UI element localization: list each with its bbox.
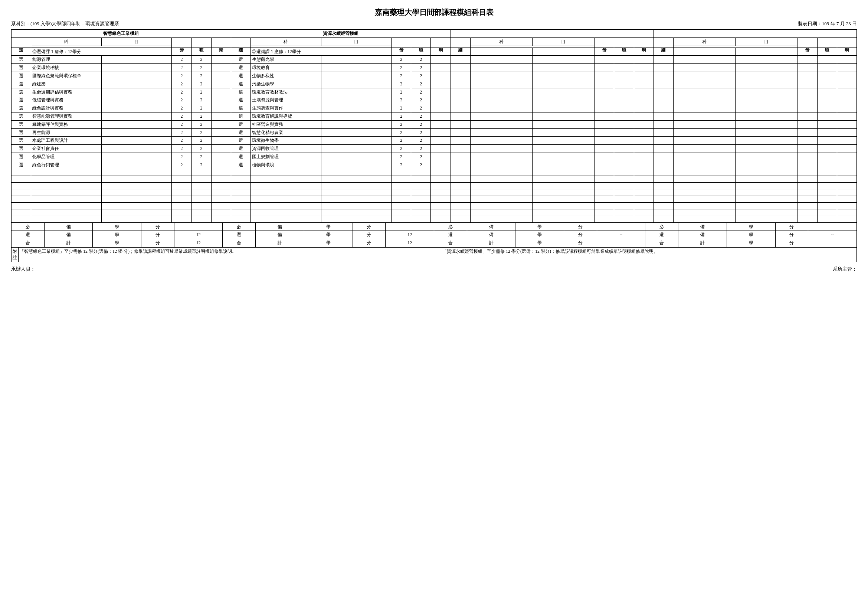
note-label-left: 附註 [11,247,19,262]
empty-row [11,175,857,182]
table-row: 選企業社會責任22選資源回收管理22 [11,145,857,153]
s3-mu-header: 目 [532,37,594,46]
s1-note-text: ◎選備課１應修：12學分 [31,48,172,56]
date-label: 製表日期：109 年 7 月 23 日 [798,20,857,27]
s1-note-xuan [11,48,31,56]
s2-note-xuan [231,48,251,56]
s1-mu-header: 目 [101,37,172,46]
empty-row [11,189,857,195]
s2-ke-header: 科 [251,37,321,46]
table-row: 選國際綠色規範與環保標章22選生物多樣性22 [11,71,857,80]
table-row: 選綠色設計與實務22選生態調查與實作22 [11,104,857,113]
note-row: ◎選備課１應修：12學分 ◎選備課１應修：12學分 [11,48,857,56]
table-row: 選化學品管理22選國土規劃管理22 [11,153,857,161]
page-title: 嘉南藥理大學日間部課程模組科目表 [11,8,857,17]
table-row: 選能源管理22選生態觀光學22 [11,56,857,64]
s2-note-text: ◎選備課１應修：12學分 [251,48,391,56]
s2-mu-header: 目 [321,37,392,46]
note-text-1: 「智慧綠色工業模組」至少需修 12 學分(選備：12 學 分)；修畢該課程模組可… [19,247,441,262]
footer-row-2: 選備學分12 選備學分12 選備學分-- 選備學分-- [11,231,857,239]
s3-ke-header: 科 [470,37,532,46]
s1-xf-header: 學分 [172,37,192,48]
table-row: 選綠建築評估與實務22選社區營造與實務22 [11,120,857,129]
s2-xuan-header: 選課別 [231,37,251,48]
s2-xf-header: 學分 [392,37,411,48]
footer-table: 必備學分-- 必備學分-- 必備學分-- 必備學分-- 選備學分12 選備學分1… [11,223,857,247]
s4-xuan-header: 選課別 [654,37,673,48]
s2-sd-header: 時數 [411,37,431,48]
table-row: 選企業環境稽核22選環境教育22 [11,64,857,72]
empty-row [11,169,857,175]
table-row: 選智慧能源管理與實務22選環境教育解說與導覽22 [11,112,857,120]
table-row: 選低碳管理與實務22選土壤資源與管理22 [11,96,857,104]
s1-ke-header: 科 [31,37,102,46]
s4-mu-header: 目 [736,37,797,46]
s1-term-header: 學期 [211,37,231,48]
footer-row-3: 合計學分12 合計學分12 合計學分-- 合計學分-- [11,239,857,247]
note-table: 附註 「智慧綠色工業模組」至少需修 12 學分(選備：12 學 分)；修畢該課程… [11,247,857,262]
empty-row [11,216,857,222]
section2-header: 資源永續經營模組 [231,30,451,38]
empty-row [11,182,857,189]
s4-xf-header: 學分 [797,37,817,48]
empty-row [11,209,857,216]
s4-ke-header: 科 [673,37,735,46]
s4-term-header: 學期 [837,37,857,48]
empty-row [11,202,857,209]
s1-sd-header: 時數 [192,37,211,48]
empty-row [11,195,857,202]
table-row: 選水處理工程與設計22選環境微生物學22 [11,136,857,145]
s1-xuan-header: 選課別 [11,37,31,48]
section3-header [451,30,654,38]
table-row: 選綠色行銷管理22選植物與環境22 [11,161,857,169]
footer-row-1: 必備學分-- 必備學分-- 必備學分-- 必備學分-- [11,223,857,231]
s3-xuan-header: 選課別 [451,37,470,48]
section4-header [654,30,857,38]
table-row: 選再生能源22選智慧化精緻農業22 [11,129,857,136]
s4-sd-header: 時數 [817,37,837,48]
sign-left: 承辦人員： [11,266,35,273]
course-table: 智慧綠色工業模組 資源永續經營模組 選課別 科 目 學分 時數 學期 選課別 科… [11,29,857,223]
table-row: 選生命週期評估與實務22選環境教育教材教法22 [11,88,857,96]
s3-sd-header: 時數 [614,37,634,48]
subtitle: 系科別：(109 入學)大學部四年制．環境資源管理系 [11,20,119,27]
note-text-2: 「資源永續經營模組」至少需修 12 學分(選備：12 學分)；修畢該課程模組可於… [441,247,857,262]
section1-header: 智慧綠色工業模組 [11,30,231,38]
sign-right: 系所主管： [833,266,857,273]
s3-xf-header: 學分 [595,37,614,48]
s2-term-header: 學期 [431,37,451,48]
table-row: 選綠建築22選污染生物學22 [11,80,857,88]
s3-term-header: 學期 [634,37,654,48]
